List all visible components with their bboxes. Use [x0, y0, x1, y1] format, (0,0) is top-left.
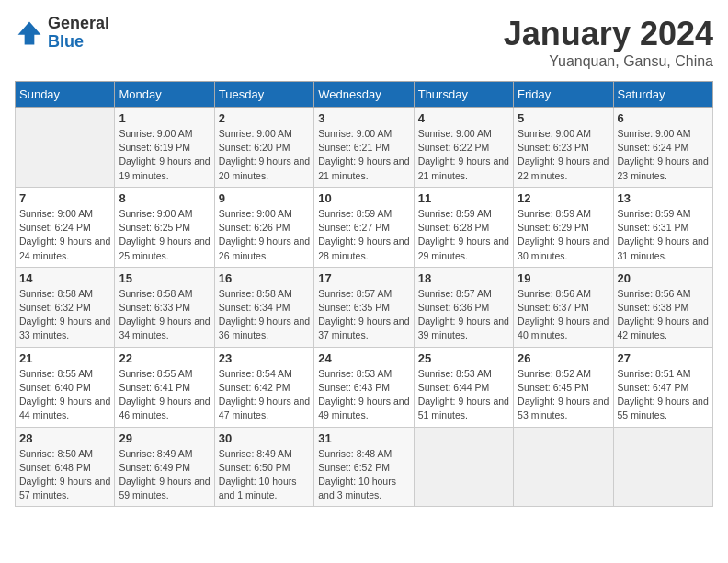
day-number: 3 [318, 111, 409, 125]
calendar-cell: 25Sunrise: 8:53 AMSunset: 6:44 PMDayligh… [414, 347, 513, 427]
day-number: 19 [518, 271, 609, 285]
day-number: 13 [618, 191, 709, 205]
day-detail: Sunrise: 8:52 AMSunset: 6:45 PMDaylight:… [518, 367, 609, 423]
calendar-cell: 27Sunrise: 8:51 AMSunset: 6:47 PMDayligh… [613, 347, 712, 427]
calendar-week-0: 1Sunrise: 9:00 AMSunset: 6:19 PMDaylight… [16, 108, 713, 188]
day-number: 4 [418, 111, 509, 125]
day-detail: Sunrise: 8:55 AMSunset: 6:41 PMDaylight:… [119, 367, 210, 423]
calendar-cell: 26Sunrise: 8:52 AMSunset: 6:45 PMDayligh… [514, 347, 613, 427]
day-detail: Sunrise: 8:50 AMSunset: 6:48 PMDaylight:… [19, 447, 110, 503]
day-number: 25 [418, 351, 509, 365]
day-detail: Sunrise: 8:51 AMSunset: 6:47 PMDaylight:… [618, 367, 709, 423]
day-detail: Sunrise: 8:58 AMSunset: 6:32 PMDaylight:… [19, 287, 110, 343]
day-number: 15 [119, 271, 210, 285]
calendar-cell [514, 427, 613, 507]
month-title: January 2024 [504, 15, 713, 53]
day-detail: Sunrise: 8:59 AMSunset: 6:31 PMDaylight:… [618, 207, 709, 263]
day-number: 6 [618, 111, 709, 125]
calendar-cell: 18Sunrise: 8:57 AMSunset: 6:36 PMDayligh… [414, 267, 513, 347]
day-number: 14 [19, 271, 110, 285]
day-detail: Sunrise: 8:58 AMSunset: 6:34 PMDaylight:… [219, 287, 310, 343]
day-detail: Sunrise: 9:00 AMSunset: 6:22 PMDaylight:… [418, 127, 509, 183]
calendar-cell: 28Sunrise: 8:50 AMSunset: 6:48 PMDayligh… [16, 427, 115, 507]
day-number: 27 [618, 351, 709, 365]
calendar-table: Sunday Monday Tuesday Wednesday Thursday… [15, 81, 713, 507]
day-number: 29 [119, 431, 210, 445]
calendar-cell: 21Sunrise: 8:55 AMSunset: 6:40 PMDayligh… [16, 347, 115, 427]
day-number: 8 [119, 191, 210, 205]
day-detail: Sunrise: 8:57 AMSunset: 6:36 PMDaylight:… [418, 287, 509, 343]
calendar-cell: 14Sunrise: 8:58 AMSunset: 6:32 PMDayligh… [16, 267, 115, 347]
logo: General Blue [15, 15, 109, 52]
day-detail: Sunrise: 8:49 AMSunset: 6:50 PMDaylight:… [219, 447, 310, 503]
calendar-cell: 1Sunrise: 9:00 AMSunset: 6:19 PMDaylight… [115, 108, 214, 188]
day-number: 23 [219, 351, 310, 365]
day-detail: Sunrise: 8:57 AMSunset: 6:35 PMDaylight:… [318, 287, 409, 343]
day-detail: Sunrise: 8:59 AMSunset: 6:28 PMDaylight:… [418, 207, 509, 263]
calendar-cell: 22Sunrise: 8:55 AMSunset: 6:41 PMDayligh… [115, 347, 214, 427]
logo-blue: Blue [48, 33, 109, 52]
calendar-cell: 8Sunrise: 9:00 AMSunset: 6:25 PMDaylight… [115, 187, 214, 267]
day-number: 12 [518, 191, 609, 205]
logo-icon [15, 18, 44, 48]
calendar-cell: 9Sunrise: 9:00 AMSunset: 6:26 PMDaylight… [214, 187, 313, 267]
svg-marker-0 [18, 21, 41, 44]
day-number: 30 [219, 431, 310, 445]
calendar-cell: 10Sunrise: 8:59 AMSunset: 6:27 PMDayligh… [314, 187, 414, 267]
weekday-row: Sunday Monday Tuesday Wednesday Thursday… [16, 82, 713, 108]
calendar-cell: 24Sunrise: 8:53 AMSunset: 6:43 PMDayligh… [314, 347, 414, 427]
day-number: 9 [219, 191, 310, 205]
day-detail: Sunrise: 9:00 AMSunset: 6:24 PMDaylight:… [618, 127, 709, 183]
day-detail: Sunrise: 9:00 AMSunset: 6:25 PMDaylight:… [119, 207, 210, 263]
calendar-cell: 17Sunrise: 8:57 AMSunset: 6:35 PMDayligh… [314, 267, 414, 347]
day-number: 22 [119, 351, 210, 365]
calendar-cell: 3Sunrise: 9:00 AMSunset: 6:21 PMDaylight… [314, 108, 414, 188]
header-sunday: Sunday [16, 82, 115, 108]
day-detail: Sunrise: 8:56 AMSunset: 6:37 PMDaylight:… [518, 287, 609, 343]
day-detail: Sunrise: 8:49 AMSunset: 6:49 PMDaylight:… [119, 447, 210, 503]
day-detail: Sunrise: 8:48 AMSunset: 6:52 PMDaylight:… [318, 447, 409, 503]
day-detail: Sunrise: 8:59 AMSunset: 6:29 PMDaylight:… [518, 207, 609, 263]
day-number: 1 [119, 111, 210, 125]
day-number: 11 [418, 191, 509, 205]
calendar-cell: 7Sunrise: 9:00 AMSunset: 6:24 PMDaylight… [16, 187, 115, 267]
calendar-cell: 6Sunrise: 9:00 AMSunset: 6:24 PMDaylight… [613, 108, 712, 188]
day-number: 16 [219, 271, 310, 285]
day-number: 24 [318, 351, 409, 365]
day-detail: Sunrise: 8:59 AMSunset: 6:27 PMDaylight:… [318, 207, 409, 263]
day-number: 2 [219, 111, 310, 125]
calendar-cell: 15Sunrise: 8:58 AMSunset: 6:33 PMDayligh… [115, 267, 214, 347]
day-detail: Sunrise: 9:00 AMSunset: 6:20 PMDaylight:… [219, 127, 310, 183]
header-tuesday: Tuesday [214, 82, 313, 108]
day-number: 28 [19, 431, 110, 445]
page-header: General Blue January 2024 Yuanquan, Gans… [15, 15, 713, 70]
day-detail: Sunrise: 8:58 AMSunset: 6:33 PMDaylight:… [119, 287, 210, 343]
calendar-cell: 11Sunrise: 8:59 AMSunset: 6:28 PMDayligh… [414, 187, 513, 267]
header-saturday: Saturday [613, 82, 712, 108]
day-detail: Sunrise: 8:56 AMSunset: 6:38 PMDaylight:… [618, 287, 709, 343]
calendar-cell: 12Sunrise: 8:59 AMSunset: 6:29 PMDayligh… [514, 187, 613, 267]
calendar-week-4: 28Sunrise: 8:50 AMSunset: 6:48 PMDayligh… [16, 427, 713, 507]
day-number: 26 [518, 351, 609, 365]
day-number: 17 [318, 271, 409, 285]
day-number: 10 [318, 191, 409, 205]
day-number: 31 [318, 431, 409, 445]
calendar-cell: 2Sunrise: 9:00 AMSunset: 6:20 PMDaylight… [214, 108, 313, 188]
day-detail: Sunrise: 9:00 AMSunset: 6:19 PMDaylight:… [119, 127, 210, 183]
calendar-cell: 20Sunrise: 8:56 AMSunset: 6:38 PMDayligh… [613, 267, 712, 347]
calendar-cell: 4Sunrise: 9:00 AMSunset: 6:22 PMDaylight… [414, 108, 513, 188]
calendar-cell [613, 427, 712, 507]
location-subtitle: Yuanquan, Gansu, China [504, 53, 713, 70]
header-thursday: Thursday [414, 82, 513, 108]
calendar-week-2: 14Sunrise: 8:58 AMSunset: 6:32 PMDayligh… [16, 267, 713, 347]
day-detail: Sunrise: 8:53 AMSunset: 6:43 PMDaylight:… [318, 367, 409, 423]
calendar-cell [414, 427, 513, 507]
day-detail: Sunrise: 9:00 AMSunset: 6:26 PMDaylight:… [219, 207, 310, 263]
calendar-body: 1Sunrise: 9:00 AMSunset: 6:19 PMDaylight… [16, 108, 713, 507]
logo-general: General [48, 15, 109, 33]
logo-text: General Blue [48, 15, 109, 52]
day-number: 20 [618, 271, 709, 285]
calendar-cell: 29Sunrise: 8:49 AMSunset: 6:49 PMDayligh… [115, 427, 214, 507]
title-block: January 2024 Yuanquan, Gansu, China [504, 15, 713, 70]
calendar-cell: 23Sunrise: 8:54 AMSunset: 6:42 PMDayligh… [214, 347, 313, 427]
